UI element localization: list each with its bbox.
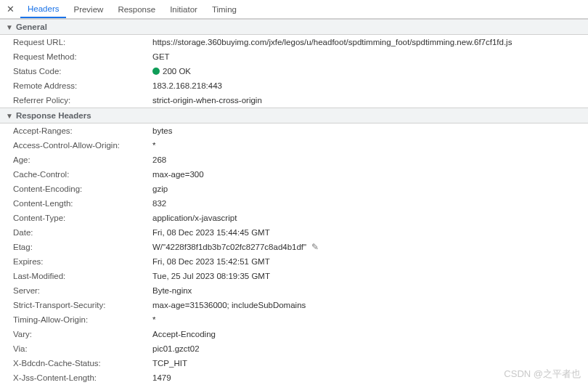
label-status-code: Status Code: xyxy=(0,65,152,77)
section-response-headers-header[interactable]: ▼ Response Headers xyxy=(0,108,588,123)
pencil-icon[interactable]: ✎ xyxy=(311,241,319,253)
header-row: Etag:W/"4228f38f1db3b7c02fc8277c8ad4b1df… xyxy=(0,240,588,254)
header-row: Timing-Allow-Origin:* xyxy=(0,312,588,327)
header-value: 1479 xyxy=(152,372,588,384)
tab-preview[interactable]: Preview xyxy=(66,0,110,18)
header-value: application/x-javascript xyxy=(152,212,588,224)
label-request-url: Request URL: xyxy=(0,36,152,48)
header-label: Vary: xyxy=(0,328,152,340)
disclosure-icon: ▼ xyxy=(6,23,13,31)
row-request-url: Request URL: https://storage.360buyimg.c… xyxy=(0,35,588,49)
header-value: Fri, 08 Dec 2023 15:44:45 GMT xyxy=(152,227,588,238)
header-label: Via: xyxy=(0,343,152,354)
tab-initiator[interactable]: Initiator xyxy=(163,0,205,18)
header-row: Last-Modified:Tue, 25 Jul 2023 08:19:35 … xyxy=(0,269,588,283)
status-dot-icon xyxy=(152,68,160,75)
header-row: Access-Control-Allow-Origin:* xyxy=(0,138,588,153)
row-referrer-policy: Referrer Policy: strict-origin-when-cros… xyxy=(0,93,588,108)
header-value: gzip xyxy=(152,183,588,195)
header-label: X-Bdcdn-Cache-Status: xyxy=(0,357,152,369)
header-row: Via:pic01.gzct02 xyxy=(0,341,588,356)
header-label: Last-Modified: xyxy=(0,270,152,282)
header-value: Byte-nginx xyxy=(152,285,588,296)
header-label: Access-Control-Allow-Origin: xyxy=(0,139,152,151)
header-row: X-Jss-Content-Length:1479 xyxy=(0,370,588,385)
section-response-headers-title: Response Headers xyxy=(16,111,91,120)
header-label: Expires: xyxy=(0,256,152,267)
header-label: Etag: xyxy=(0,241,152,253)
value-request-method: GET xyxy=(152,51,588,62)
header-row: Strict-Transport-Security:max-age=315360… xyxy=(0,298,588,312)
header-value: * xyxy=(152,314,588,325)
network-header-toolbar: ✕ Headers Preview Response Initiator Tim… xyxy=(0,0,588,19)
headers-panel[interactable]: ▼ General Request URL: https://storage.3… xyxy=(0,19,588,385)
header-row: Expires:Fri, 08 Dec 2023 15:42:51 GMT xyxy=(0,254,588,269)
value-request-url[interactable]: https://storage.360buyimg.com/jxfe/legos… xyxy=(152,36,588,48)
header-value: max-age=31536000; includeSubDomains xyxy=(152,299,588,311)
header-value: TCP_HIT xyxy=(152,357,588,369)
header-label: Content-Encoding: xyxy=(0,183,152,195)
header-value: max-age=300 xyxy=(152,169,588,180)
header-row: Cache-Control:max-age=300 xyxy=(0,167,588,182)
header-value: W/"4228f38f1db3b7c02fc8277c8ad4b1df"✎ xyxy=(152,241,588,253)
header-label: Content-Type: xyxy=(0,212,152,224)
disclosure-icon: ▼ xyxy=(6,112,13,120)
header-row: Accept-Ranges:bytes xyxy=(0,123,588,138)
header-label: Timing-Allow-Origin: xyxy=(0,314,152,325)
header-row: Vary:Accept-Encoding xyxy=(0,327,588,341)
tab-response[interactable]: Response xyxy=(110,0,163,18)
tab-headers[interactable]: Headers xyxy=(20,0,66,18)
row-request-method: Request Method: GET xyxy=(0,49,588,64)
label-remote-address: Remote Address: xyxy=(0,80,152,92)
header-value: 268 xyxy=(152,154,588,166)
tabs-container: Headers Preview Response Initiator Timin… xyxy=(20,0,244,18)
header-row: Content-Length:832 xyxy=(0,196,588,211)
value-referrer-policy: strict-origin-when-cross-origin xyxy=(152,94,588,106)
header-label: Strict-Transport-Security: xyxy=(0,299,152,311)
header-row: Date:Fri, 08 Dec 2023 15:44:45 GMT xyxy=(0,225,588,240)
header-row: Content-Type:application/x-javascript xyxy=(0,211,588,225)
value-remote-address: 183.2.168.218:443 xyxy=(152,80,588,92)
response-headers-list: Accept-Ranges:bytesAccess-Control-Allow-… xyxy=(0,123,588,385)
header-value: Fri, 08 Dec 2023 15:42:51 GMT xyxy=(152,256,588,267)
label-referrer-policy: Referrer Policy: xyxy=(0,94,152,106)
tab-timing[interactable]: Timing xyxy=(205,0,244,18)
header-label: Server: xyxy=(0,285,152,296)
header-value: Tue, 25 Jul 2023 08:19:35 GMT xyxy=(152,270,588,282)
header-row: Server:Byte-nginx xyxy=(0,283,588,298)
header-value: Accept-Encoding xyxy=(152,328,588,340)
header-value: * xyxy=(152,139,588,151)
header-label: X-Jss-Content-Length: xyxy=(0,372,152,384)
row-status-code: Status Code: 200 OK xyxy=(0,64,588,78)
header-value: bytes xyxy=(152,125,588,137)
label-request-method: Request Method: xyxy=(0,51,152,62)
header-value: 832 xyxy=(152,198,588,209)
header-label: Accept-Ranges: xyxy=(0,125,152,137)
header-label: Content-Length: xyxy=(0,198,152,209)
value-status-code: 200 OK xyxy=(152,65,588,77)
header-value: pic01.gzct02 xyxy=(152,343,588,354)
row-remote-address: Remote Address: 183.2.168.218:443 xyxy=(0,78,588,93)
header-row: X-Bdcdn-Cache-Status:TCP_HIT xyxy=(0,356,588,370)
header-label: Date: xyxy=(0,227,152,238)
section-general-header[interactable]: ▼ General xyxy=(0,19,588,35)
section-general-title: General xyxy=(16,23,47,31)
header-row: Age:268 xyxy=(0,153,588,167)
header-label: Age: xyxy=(0,154,152,166)
close-button[interactable]: ✕ xyxy=(0,0,20,19)
header-label: Cache-Control: xyxy=(0,169,152,180)
header-row: Content-Encoding:gzip xyxy=(0,182,588,196)
